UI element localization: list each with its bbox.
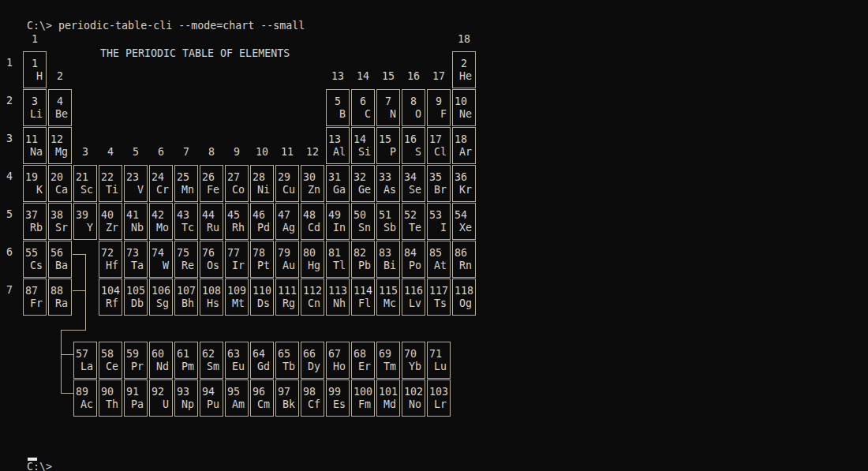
element-symbol: Lr [428,398,450,411]
atomic-number: 31 [327,171,349,184]
atomic-number: 69 [377,348,399,361]
prompt-text: C:\> [27,461,52,471]
element-cell-gd: 64Gd [250,342,274,379]
element-cell-mt: 109Mt [225,278,249,316]
atomic-number: 29 [276,171,298,184]
element-cell-p: 15P [376,127,400,164]
element-symbol: Fl [352,297,374,310]
group-label-7: 7 [174,146,198,159]
element-symbol: Li [24,108,46,121]
atomic-number: 63 [226,348,248,361]
element-symbol: Pm [175,361,197,373]
group-label-11: 11 [275,146,299,159]
atomic-number: 51 [377,209,399,222]
element-symbol: N [377,108,399,121]
atomic-number: 5 [327,95,349,108]
element-symbol: S [402,146,425,159]
atomic-number: 112 [301,285,324,297]
atomic-number: 56 [49,247,71,260]
atomic-number: 38 [49,209,71,222]
atomic-number: 89 [74,386,96,398]
element-symbol: Cd [301,222,324,234]
atomic-number: 99 [327,386,349,398]
atomic-number: 107 [175,285,197,297]
group-label-4: 4 [99,146,122,159]
atomic-number: 90 [99,386,122,398]
element-cell-no: 102No [402,379,425,417]
group-label-5: 5 [124,146,148,159]
element-cell-th: 90Th [99,379,122,417]
element-cell-es: 99Es [326,379,350,417]
atomic-number: 106 [150,285,172,297]
f-block-connector-line [73,290,86,291]
element-cell-pt: 78Pt [250,241,274,278]
element-symbol: O [402,108,425,121]
atomic-number: 114 [352,285,374,297]
element-cell-c: 6C [351,89,375,126]
element-cell-cn: 112Cn [301,278,324,316]
element-cell-ag: 47Ag [275,203,299,240]
atomic-number: 32 [352,171,374,184]
atomic-number: 110 [251,285,273,297]
element-cell-rg: 111Rg [275,278,299,316]
element-symbol: Lv [402,297,425,310]
atomic-number: 2 [453,58,475,70]
element-symbol: I [428,222,450,234]
element-symbol: Og [453,297,475,310]
element-cell-pm: 61Pm [174,342,198,379]
atomic-number: 10 [453,95,475,108]
atomic-number: 108 [200,285,223,297]
atomic-number: 47 [276,209,298,222]
atomic-number: 45 [226,209,248,222]
atomic-number: 26 [200,171,223,184]
atomic-number: 28 [251,171,273,184]
element-symbol: F [428,108,450,121]
element-symbol: Se [402,184,425,196]
atomic-number: 46 [251,209,273,222]
f-block-connector-line [61,393,73,394]
atomic-number: 76 [200,247,223,260]
element-symbol: Be [49,108,71,121]
element-symbol: Yb [402,361,425,373]
element-symbol: At [428,260,450,272]
element-symbol: Fr [24,297,46,310]
element-symbol: Zr [99,222,122,234]
element-cell-np: 93Np [174,379,198,417]
atomic-number: 80 [301,247,324,260]
element-cell-cl: 17Cl [427,127,451,164]
element-cell-u: 92U [149,379,173,417]
element-symbol: Mn [175,184,197,196]
atomic-number: 35 [428,171,450,184]
element-cell-mo: 42Mo [149,203,173,240]
element-symbol: Rn [453,260,475,272]
atomic-number: 83 [377,247,399,260]
terminal-window[interactable]: C:\>periodic-table-cli --mode=chart --sm… [0,0,868,471]
element-symbol: Db [125,297,147,310]
element-cell-h: 1H [23,51,47,88]
element-cell-tm: 69Tm [376,342,400,379]
element-cell-fl: 114Fl [351,278,375,316]
period-label-6: 6 [6,246,13,259]
element-cell-f: 9F [427,89,451,126]
f-block-connector-line [85,254,86,331]
atomic-number: 60 [150,348,172,361]
element-cell-he: 2He [452,51,476,88]
element-symbol: Nb [125,222,147,234]
atomic-number: 6 [352,95,374,108]
group-label-17: 17 [427,70,451,83]
element-cell-os: 76Os [200,241,223,278]
atomic-number: 92 [150,386,172,398]
element-cell-y: 39Y [73,203,97,240]
element-symbol: Cf [301,398,324,411]
atomic-number: 53 [428,209,450,222]
element-symbol: Pu [200,398,223,411]
atomic-number: 75 [175,247,197,260]
element-cell-cr: 24Cr [149,165,173,202]
element-symbol: Pd [251,222,273,234]
element-cell-al: 13Al [326,127,350,164]
element-symbol: Ir [226,260,248,272]
atomic-number: 52 [402,209,425,222]
element-symbol: Rb [24,222,46,234]
element-symbol: Ac [74,398,96,411]
element-cell-tb: 65Tb [275,342,299,379]
